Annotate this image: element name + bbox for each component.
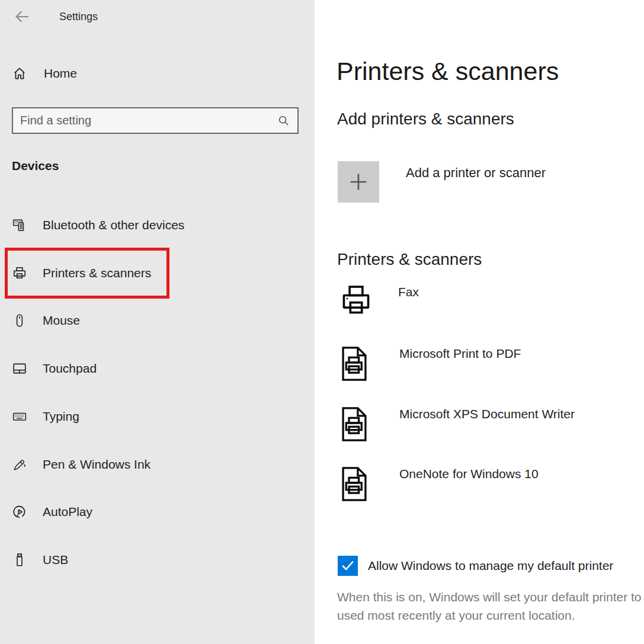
- bluetooth-other-devices-icon: [12, 217, 27, 233]
- home-icon: [12, 66, 27, 81]
- settings-window: Settings Home Devices: [0, 0, 644, 644]
- keyboard-icon: [12, 409, 27, 424]
- add-printers-heading: Add printers & scanners: [337, 110, 514, 129]
- add-printer-label: Add a printer or scanner: [406, 165, 546, 181]
- sidebar-item-typing[interactable]: Typing: [12, 405, 296, 428]
- back-arrow-icon: [13, 8, 31, 25]
- touchpad-icon: [12, 361, 27, 376]
- printer-name: Microsoft XPS Document Writer: [399, 407, 575, 421]
- sidebar-item-label: Mouse: [43, 313, 80, 328]
- sidebar-item-pen-windows-ink[interactable]: Pen & Windows Ink: [12, 453, 296, 476]
- sidebar: Settings Home Devices: [0, 0, 315, 644]
- search-box[interactable]: [12, 107, 299, 134]
- default-printer-label: Allow Windows to manage my default print…: [368, 559, 613, 573]
- printer-row[interactable]: OneNote for Windows 10: [339, 464, 539, 504]
- sidebar-item-label: Typing: [43, 409, 79, 424]
- sidebar-item-usb[interactable]: USB: [12, 548, 296, 572]
- printer-name: Fax: [398, 285, 419, 299]
- sidebar-item-label: Touchpad: [43, 361, 97, 376]
- sidebar-item-touchpad[interactable]: Touchpad: [12, 357, 296, 380]
- checkmark-icon: [340, 558, 355, 573]
- main-pane: Printers & scanners Add printers & scann…: [315, 0, 644, 644]
- printer-name: Microsoft Print to PDF: [399, 347, 521, 361]
- search-icon[interactable]: [277, 114, 290, 127]
- document-printer-icon: [339, 344, 370, 383]
- search-input[interactable]: [13, 114, 277, 127]
- page-title: Printers & scanners: [337, 57, 559, 86]
- sidebar-item-label: Pen & Windows Ink: [43, 457, 150, 472]
- back-button[interactable]: [13, 8, 31, 25]
- description-line: When this is on, Windows will set your d…: [337, 588, 644, 606]
- printer-name: OneNote for Windows 10: [399, 467, 539, 481]
- app-title: Settings: [59, 11, 98, 23]
- checkbox-checked[interactable]: [338, 556, 358, 576]
- description-line: used most recently at your current locat…: [337, 606, 644, 624]
- sidebar-item-autoplay[interactable]: AutoPlay: [12, 500, 296, 524]
- add-printer-button[interactable]: Add a printer or scanner: [338, 161, 546, 203]
- pen-icon: [12, 457, 27, 472]
- sidebar-item-label: Printers & scanners: [43, 266, 151, 280]
- sidebar-section-devices: Devices: [12, 159, 59, 173]
- sidebar-item-home[interactable]: Home: [12, 64, 77, 83]
- default-printer-toggle[interactable]: Allow Windows to manage my default print…: [338, 556, 613, 576]
- mouse-icon: [12, 313, 27, 328]
- printers-section-heading: Printers & scanners: [337, 250, 482, 269]
- plus-icon: [347, 170, 370, 194]
- usb-icon: [12, 552, 27, 568]
- add-square[interactable]: [338, 161, 379, 203]
- printer-row[interactable]: Microsoft Print to PDF: [339, 344, 521, 383]
- printer-row[interactable]: Fax: [339, 283, 419, 318]
- printer-icon: [12, 265, 27, 281]
- sidebar-item-bluetooth-other-devices[interactable]: Bluetooth & other devices: [12, 213, 296, 237]
- document-printer-icon: [339, 405, 370, 444]
- sidebar-item-printers-scanners[interactable]: Printers & scanners: [12, 261, 296, 285]
- autoplay-icon: [12, 504, 27, 520]
- default-printer-description: When this is on, Windows will set your d…: [337, 588, 644, 624]
- printer-device-icon: [339, 283, 373, 318]
- printer-row[interactable]: Microsoft XPS Document Writer: [339, 405, 575, 444]
- sidebar-item-label: AutoPlay: [43, 505, 92, 519]
- document-printer-icon: [339, 464, 370, 504]
- sidebar-item-label: USB: [43, 553, 68, 567]
- sidebar-item-label: Home: [44, 66, 77, 81]
- sidebar-item-mouse[interactable]: Mouse: [12, 309, 296, 332]
- sidebar-item-label: Bluetooth & other devices: [43, 218, 184, 232]
